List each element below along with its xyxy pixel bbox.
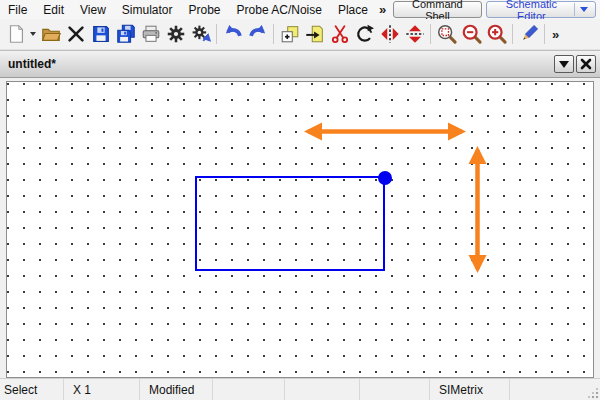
menu-bar-right: » Command Shell Schematic Editor bbox=[376, 1, 598, 18]
rotate-icon bbox=[354, 23, 376, 45]
toolbar-separator bbox=[430, 24, 431, 44]
menu-overflow-chevron-icon[interactable]: » bbox=[376, 2, 389, 17]
paste-icon bbox=[304, 23, 326, 45]
close-file-button[interactable] bbox=[63, 21, 88, 48]
save-button[interactable] bbox=[88, 21, 113, 48]
paste-button[interactable] bbox=[302, 21, 327, 48]
new-document-icon bbox=[5, 23, 27, 45]
scissors-icon bbox=[329, 23, 351, 45]
status-app-name: SIMetrix bbox=[430, 379, 510, 400]
zoom-area-button[interactable] bbox=[434, 21, 459, 48]
pencil-icon bbox=[518, 23, 540, 45]
status-empty-3 bbox=[360, 379, 430, 400]
document-title: untitled* bbox=[8, 57, 56, 71]
redo-icon bbox=[247, 23, 269, 45]
schematic-drawing bbox=[7, 82, 593, 377]
command-shell-button[interactable]: Command Shell bbox=[393, 1, 481, 18]
status-empty-2 bbox=[285, 379, 360, 400]
open-folder-icon bbox=[40, 23, 62, 45]
undo-button[interactable] bbox=[220, 21, 245, 48]
tab-list-dropdown-button[interactable] bbox=[554, 55, 574, 73]
new-schematic-button[interactable] bbox=[3, 21, 28, 48]
zoom-out-icon bbox=[461, 23, 483, 45]
junction-dot[interactable] bbox=[378, 171, 392, 185]
menu-file[interactable]: File bbox=[0, 1, 35, 19]
menu-probe[interactable]: Probe bbox=[181, 1, 229, 19]
zoom-area-icon bbox=[436, 23, 458, 45]
new-schematic-dropdown[interactable] bbox=[28, 21, 38, 48]
status-empty-4 bbox=[510, 379, 600, 400]
print-icon bbox=[140, 23, 162, 45]
close-icon bbox=[65, 23, 87, 45]
menu-edit[interactable]: Edit bbox=[35, 1, 72, 19]
resize-grip[interactable] bbox=[596, 396, 598, 398]
status-modified: Modified bbox=[140, 379, 213, 400]
gear-run-icon bbox=[190, 23, 212, 45]
status-mode: Select bbox=[0, 379, 64, 400]
menu-bar: File Edit View Simulator Probe Probe AC/… bbox=[0, 0, 600, 19]
copy-button[interactable] bbox=[277, 21, 302, 48]
close-icon bbox=[580, 58, 592, 70]
save-all-button[interactable] bbox=[113, 21, 138, 48]
schematic-editor-button[interactable]: Schematic Editor bbox=[486, 1, 596, 18]
chevron-down-icon bbox=[580, 7, 588, 12]
menu-place[interactable]: Place bbox=[330, 1, 376, 19]
run-gear-button[interactable] bbox=[188, 21, 213, 48]
flip-vertical-icon bbox=[404, 23, 426, 45]
zoom-in-icon bbox=[486, 23, 508, 45]
menu-view[interactable]: View bbox=[72, 1, 114, 19]
settings-gear-button[interactable] bbox=[163, 21, 188, 48]
schematic-rectangle[interactable] bbox=[196, 177, 384, 270]
zoom-in-button[interactable] bbox=[484, 21, 509, 48]
save-icon bbox=[90, 23, 112, 45]
toolbar-separator bbox=[512, 24, 513, 44]
flip-horizontal-button[interactable] bbox=[377, 21, 402, 48]
save-all-icon bbox=[115, 23, 137, 45]
annotate-pencil-button[interactable] bbox=[516, 21, 541, 48]
zoom-out-button[interactable] bbox=[459, 21, 484, 48]
print-button[interactable] bbox=[138, 21, 163, 48]
menu-simulator[interactable]: Simulator bbox=[114, 1, 181, 19]
schematic-canvas[interactable] bbox=[6, 81, 594, 378]
cut-button[interactable] bbox=[327, 21, 352, 48]
rotate-button[interactable] bbox=[352, 21, 377, 48]
tab-close-button[interactable] bbox=[576, 55, 596, 73]
flip-vertical-button[interactable] bbox=[402, 21, 427, 48]
toolbar-overflow-chevron-icon[interactable]: » bbox=[548, 27, 561, 42]
flip-horizontal-icon bbox=[379, 23, 401, 45]
status-bar: Select X 1 Modified SIMetrix bbox=[0, 378, 600, 400]
toolbar-separator bbox=[544, 24, 545, 44]
redo-button[interactable] bbox=[245, 21, 270, 48]
simetrix-window: File Edit View Simulator Probe Probe AC/… bbox=[0, 0, 600, 400]
toolbar-separator bbox=[273, 24, 274, 44]
copy-icon bbox=[279, 23, 301, 45]
button-divider bbox=[574, 3, 575, 16]
status-empty-1 bbox=[213, 379, 285, 400]
document-tab-bar: untitled* bbox=[0, 50, 600, 78]
tab-buttons bbox=[554, 55, 596, 73]
gear-icon bbox=[165, 23, 187, 45]
chevron-down-icon bbox=[559, 61, 569, 68]
menu-probe-ac-noise[interactable]: Probe AC/Noise bbox=[229, 1, 330, 19]
toolbar-separator bbox=[216, 24, 217, 44]
status-zoom-level: X 1 bbox=[64, 379, 140, 400]
toolbar: » bbox=[0, 19, 600, 50]
undo-icon bbox=[222, 23, 244, 45]
open-button[interactable] bbox=[38, 21, 63, 48]
